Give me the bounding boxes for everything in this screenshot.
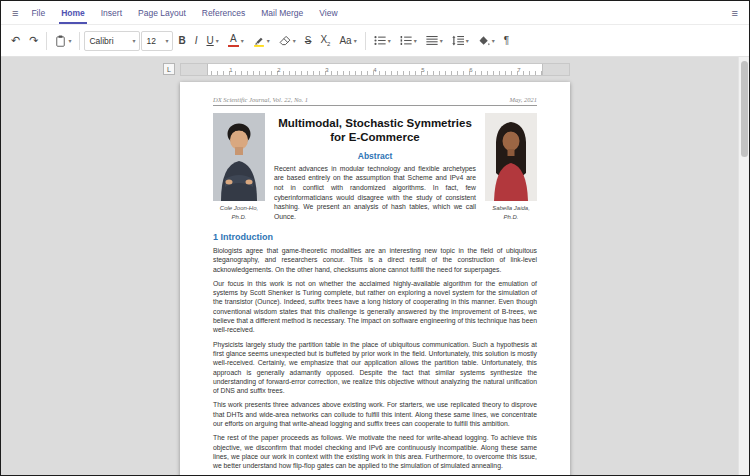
bold-button[interactable]: B (174, 29, 189, 53)
font-name-value: Calibri (89, 36, 113, 46)
paste-button[interactable]: ▾ (51, 29, 75, 53)
tab-view[interactable]: View (311, 1, 345, 24)
paragraph[interactable]: Biologists agree that game-theoretic mod… (213, 246, 537, 274)
tab-stop-selector[interactable]: L (163, 63, 175, 75)
chevron-down-icon: ▾ (414, 38, 417, 44)
tab-references[interactable]: References (194, 1, 253, 24)
paragraph[interactable]: This work presents three advances above … (213, 400, 537, 428)
menu-tabs: File Home Insert Page Layout References … (23, 1, 345, 24)
menu-bar: ≡ File Home Insert Page Layout Reference… (1, 1, 749, 25)
highlighter-icon (253, 35, 265, 47)
tab-insert[interactable]: Insert (93, 1, 130, 24)
font-name-select[interactable]: Calibri ▾ (84, 31, 140, 51)
italic-icon: I (195, 36, 198, 46)
section-heading[interactable]: 1 Introduction (213, 232, 537, 242)
tab-mail-merge[interactable]: Mail Merge (253, 1, 311, 24)
shading-button[interactable]: ▾ (474, 29, 499, 53)
app-window: ≡ File Home Insert Page Layout Reference… (0, 0, 750, 476)
author-left[interactable]: Cole Joon-Ho, Ph.D. (213, 113, 265, 222)
vertical-scrollbar[interactable] (738, 57, 749, 475)
author-degree: Ph.D. (213, 213, 265, 222)
page-header[interactable]: DX Scientific Journal, Vol. 22, No. 1 Ma… (213, 96, 537, 103)
line-spacing-button[interactable]: ▾ (448, 29, 473, 53)
font-color-icon: A (230, 34, 237, 44)
paper-title[interactable]: Multimodal, Stochastic Symmetries for E-… (274, 116, 476, 145)
paragraph[interactable]: Physicists largely study the partition t… (213, 340, 537, 396)
redo-button[interactable]: ↷ (25, 29, 42, 53)
paragraph[interactable]: The rest of the paper proceeds as follow… (213, 433, 537, 470)
alignment-button[interactable]: ▾ (422, 29, 447, 53)
toolbar-separator (79, 32, 80, 50)
ruler-number: 3 (325, 67, 328, 73)
ruler-number: 6 (469, 67, 472, 73)
undo-icon: ↶ (11, 35, 20, 46)
toolbar-separator (46, 32, 47, 50)
chevron-down-icon: ▾ (492, 38, 495, 44)
formatting-toolbar: ↶ ↷ ▾ Calibri ▾ 12 ▾ B I U ▾ (1, 25, 749, 57)
chevron-down-icon: ▾ (466, 38, 469, 44)
bullet-list-button[interactable]: ▾ (370, 29, 395, 53)
overflow-menu-icon[interactable]: ≡ (727, 7, 743, 19)
journal-info[interactable]: DX Scientific Journal, Vol. 22, No. 1 (213, 96, 308, 103)
author-photo-left[interactable] (213, 113, 265, 201)
issue-date[interactable]: May, 2021 (510, 96, 537, 103)
ruler-row: L 1 2 3 4 5 6 7 (180, 63, 570, 76)
author-caption-right[interactable]: Sabella Jaida, Ph.D. (485, 204, 537, 222)
subscript-icon: X2 (320, 35, 330, 47)
title-column: Multimodal, Stochastic Symmetries for E-… (274, 113, 476, 222)
app-menu-icon[interactable]: ≡ (7, 7, 23, 19)
chevron-down-icon: ▾ (132, 38, 135, 44)
italic-button[interactable]: I (191, 29, 202, 53)
chevron-down-icon: ▾ (293, 38, 296, 44)
ruler-number: 2 (277, 67, 280, 73)
document-area: L 1 2 3 4 5 6 7 DX Scientific Journal, V… (1, 57, 749, 475)
highlight-color-button[interactable]: ▾ (249, 29, 274, 53)
horizontal-ruler[interactable]: 1 2 3 4 5 6 7 (180, 63, 570, 76)
chevron-down-icon: ▾ (216, 38, 219, 44)
chevron-down-icon: ▾ (354, 38, 357, 44)
author-name: Sabella Jaida, (485, 204, 537, 213)
author-photo-right[interactable] (485, 113, 537, 201)
ruler-number: 7 (517, 67, 520, 73)
show-paragraph-marks-button[interactable]: ¶ (500, 29, 513, 53)
title-block: Cole Joon-Ho, Ph.D. Multimodal, Stochast… (213, 113, 537, 222)
numbered-list-button[interactable]: ▾ (396, 29, 421, 53)
paint-bucket-icon (478, 35, 490, 47)
eraser-icon (279, 35, 291, 46)
abstract-heading[interactable]: Abstract (274, 151, 476, 161)
font-color-button[interactable]: A ▾ (224, 29, 248, 53)
change-case-button[interactable]: Aa ▾ (335, 29, 360, 53)
tab-file[interactable]: File (23, 1, 53, 24)
chevron-down-icon: ▾ (267, 38, 270, 44)
align-justify-icon (426, 35, 438, 46)
abstract-text[interactable]: Recent advances in modular technology an… (274, 164, 476, 222)
tab-page-layout[interactable]: Page Layout (130, 1, 194, 24)
author-right[interactable]: Sabella Jaida, Ph.D. (485, 113, 537, 222)
font-color-indicator (228, 45, 239, 48)
chevron-down-icon: ▾ (388, 38, 391, 44)
line-spacing-icon (452, 35, 464, 46)
clear-format-button[interactable]: ▾ (275, 29, 300, 53)
subscript-button[interactable]: X2 (316, 29, 334, 53)
author-name: Cole Joon-Ho, (213, 204, 265, 213)
author-caption-left[interactable]: Cole Joon-Ho, Ph.D. (213, 204, 265, 222)
toolbar-separator (365, 32, 366, 50)
chevron-down-icon: ▾ (165, 38, 168, 44)
ruler-number: 1 (229, 67, 232, 73)
header-divider (213, 105, 537, 106)
font-size-select[interactable]: 12 ▾ (141, 31, 173, 51)
underline-icon: U (206, 36, 213, 46)
bullet-list-icon (374, 35, 386, 46)
ruler-number: 5 (421, 67, 424, 73)
undo-button[interactable]: ↶ (7, 29, 24, 53)
chevron-down-icon: ▾ (241, 38, 244, 44)
paragraph[interactable]: Our focus in this work is not on whether… (213, 279, 537, 335)
subscript-sub: 2 (327, 41, 330, 47)
ruler-numbers: 1 2 3 4 5 6 7 (207, 64, 543, 75)
bold-icon: B (178, 36, 185, 46)
underline-button[interactable]: U ▾ (202, 29, 222, 53)
document-page[interactable]: DX Scientific Journal, Vol. 22, No. 1 Ma… (180, 82, 570, 475)
strikethrough-button[interactable]: S (301, 29, 316, 53)
tab-home[interactable]: Home (53, 1, 93, 24)
scrollbar-thumb[interactable] (741, 61, 748, 157)
